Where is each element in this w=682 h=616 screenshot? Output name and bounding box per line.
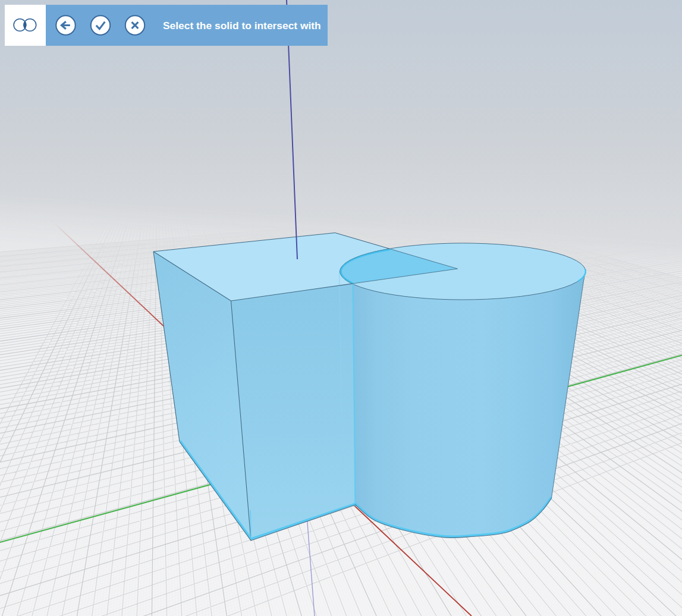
svg-text:Select the solid to intersect: Select the solid to intersect with [163, 20, 321, 32]
